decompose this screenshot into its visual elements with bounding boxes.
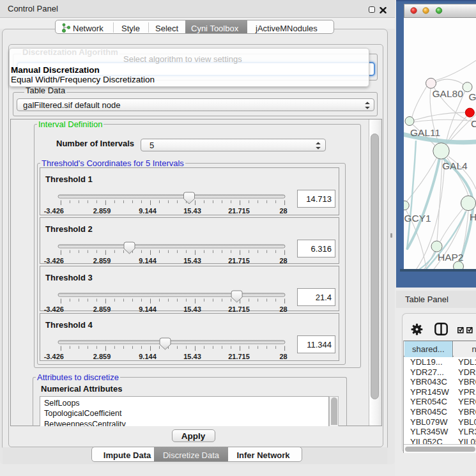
svg-text:HAP2: HAP2: [438, 252, 464, 263]
svg-text:GCY1: GCY1: [404, 213, 431, 224]
svg-text:GAL4: GAL4: [442, 160, 468, 171]
svg-text:GA: GA: [469, 91, 476, 102]
svg-text:GAL11: GAL11: [410, 127, 440, 138]
svg-text:C: C: [471, 118, 476, 129]
svg-text:H: H: [470, 211, 476, 222]
svg-text:GAL80: GAL80: [433, 88, 464, 99]
